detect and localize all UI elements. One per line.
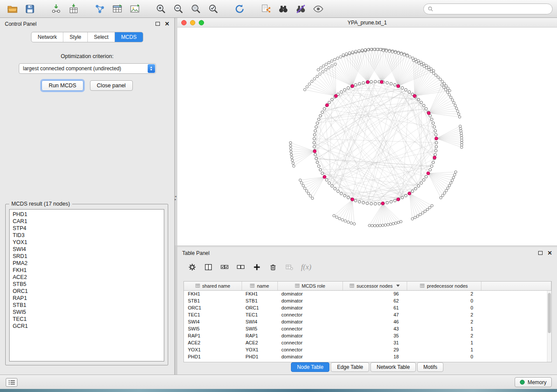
table-cell[interactable]: 31 [343,339,407,346]
network-node[interactable] [405,89,407,91]
network-node[interactable] [420,182,422,184]
leaf-node[interactable] [394,51,397,54]
leaf-node[interactable] [460,130,462,132]
network-node[interactable] [340,192,343,195]
leaf-node[interactable] [342,54,345,56]
leaf-node[interactable] [328,62,330,64]
table-cell[interactable]: 0 [407,353,481,360]
table-cell[interactable]: 1 [407,346,481,353]
mcds-hub-node[interactable] [397,85,400,88]
import-table-from-file-button[interactable] [65,2,82,16]
network-node[interactable] [429,168,432,171]
mcds-result-item[interactable]: CAR1 [13,218,164,225]
tab-motifs[interactable]: Motifs [417,362,443,372]
leaf-node[interactable] [379,224,381,227]
table-cell[interactable]: YOX1 [242,346,277,353]
network-node[interactable] [374,80,377,83]
table-cell[interactable]: connector [277,346,343,353]
leaf-node[interactable] [419,213,422,216]
leaf-node[interactable] [355,50,357,53]
table-row[interactable]: FKH1FKH1dominator962 [184,290,551,297]
leaf-node[interactable] [370,48,373,51]
leaf-node[interactable] [304,187,306,190]
network-node[interactable] [358,200,361,203]
leaf-node[interactable] [331,65,333,67]
mcds-hub-node[interactable] [380,80,383,83]
leaf-node[interactable] [353,223,356,225]
table-row[interactable]: SWI4SWI4dominator462 [184,318,551,325]
leaf-node[interactable] [454,104,457,107]
network-node[interactable] [401,196,404,199]
mcds-hub-node[interactable] [397,198,400,201]
new-network-from-selection-button[interactable] [91,2,108,16]
memory-button[interactable]: Memory [515,377,552,387]
leaf-node[interactable] [454,171,457,173]
leaf-node[interactable] [331,60,333,62]
network-node[interactable] [347,196,349,199]
close-window-icon[interactable] [181,20,187,25]
table-cell[interactable]: STB1 [242,297,277,304]
search-input[interactable] [436,5,548,14]
leaf-node[interactable] [389,223,392,226]
leaf-node[interactable] [392,223,394,225]
leaf-node[interactable] [290,150,292,153]
network-node[interactable] [337,190,339,193]
save-session-button[interactable] [21,2,38,16]
leaf-node[interactable] [455,107,458,110]
leaf-node[interactable] [313,78,316,80]
leaf-node[interactable] [319,73,322,76]
table-cell[interactable]: dominator [277,290,343,297]
find-filtered-button[interactable] [292,2,309,16]
leaf-node[interactable] [446,91,449,93]
table-cell[interactable]: 2 [407,311,481,318]
leaf-node[interactable] [406,55,408,57]
table-cell[interactable]: 61 [343,304,407,311]
leaf-node[interactable] [448,184,451,187]
network-node[interactable] [417,185,420,187]
zoom-in-button[interactable] [152,2,170,16]
table-row[interactable]: TEC1TEC1connector472 [184,311,551,318]
table-settings-button[interactable] [188,263,197,272]
network-node[interactable] [422,179,425,181]
mcds-result-item[interactable]: STP4 [13,225,164,232]
leaf-node[interactable] [368,224,371,227]
leaf-node[interactable] [336,216,338,219]
leaf-node[interactable] [430,70,433,73]
leaf-node[interactable] [325,63,328,65]
network-node[interactable] [394,83,396,86]
leaf-node[interactable] [320,67,322,69]
leaf-node[interactable] [441,80,444,83]
mcds-result-item[interactable]: RAP1 [13,295,164,302]
network-node[interactable] [354,83,357,86]
leaf-node[interactable] [334,63,336,65]
show-hide-button[interactable] [309,2,327,16]
tab-network-table[interactable]: Network Table [370,362,416,372]
zoom-out-button[interactable] [170,2,187,16]
network-node[interactable] [313,145,315,148]
leaf-node[interactable] [289,144,292,147]
leaf-node[interactable] [426,208,429,211]
leaf-node[interactable] [301,182,303,184]
leaf-node[interactable] [336,57,339,59]
network-node[interactable] [401,86,404,89]
import-network-from-file-button[interactable] [47,2,65,16]
network-node[interactable] [435,145,438,148]
leaf-node[interactable] [291,159,294,162]
zoom-selected-button[interactable] [204,2,222,16]
network-node[interactable] [316,122,318,124]
table-cell[interactable]: connector [277,325,343,332]
table-cell[interactable]: SWI4 [242,318,277,325]
table-cell[interactable]: 35 [343,332,407,339]
network-node[interactable] [394,199,396,202]
leaf-node[interactable] [391,51,394,53]
network-node[interactable] [435,134,437,136]
sort-chevron-icon[interactable] [396,285,400,287]
leaf-node[interactable] [361,49,363,52]
network-node[interactable] [323,107,326,110]
leaf-node[interactable] [339,56,342,58]
leaf-node[interactable] [441,84,443,86]
leaf-node[interactable] [437,76,439,79]
leaf-node[interactable] [373,48,376,51]
network-node[interactable] [425,175,427,178]
leaf-node[interactable] [328,66,330,69]
